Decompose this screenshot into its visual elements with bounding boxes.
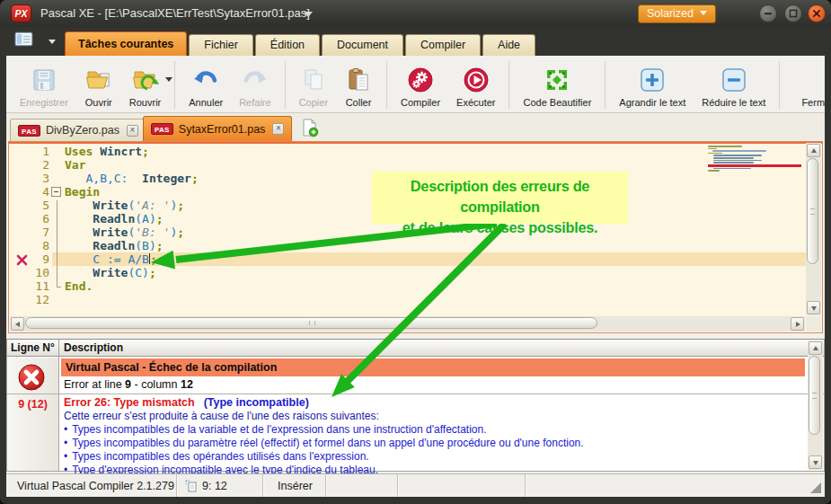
menu-bar: Tâches courantesFichierÉditionDocumentCo… [0, 27, 831, 56]
minimap[interactable] [708, 146, 801, 172]
ferm-button[interactable]: Ferm [785, 57, 825, 112]
scroll-left-button[interactable] [11, 317, 24, 331]
error-causes-list: •Types incompatibles de la variable et d… [64, 423, 584, 477]
toolbar-button-label: Copier [299, 97, 328, 108]
caret-position-icon [185, 480, 198, 492]
rouvrir-button[interactable]: Rouvrir [121, 57, 169, 112]
minimap-line [708, 146, 742, 147]
menu-button[interactable] [14, 31, 61, 52]
code-beautifier-button[interactable]: Code Beautifier [515, 57, 599, 112]
code-text: Readln(B); [65, 239, 164, 252]
coller-button[interactable]: Coller [336, 57, 381, 112]
scroll-down-button[interactable] [807, 301, 820, 314]
column-header-line: Ligne N° [11, 341, 55, 354]
editor-vertical-scrollbar[interactable] [806, 143, 821, 315]
code-line[interactable]: 11End. [9, 279, 806, 293]
menu-tab-fichier[interactable]: Fichier [189, 34, 253, 56]
theme-label: Solarized [647, 7, 694, 20]
toolbar-button-label: Compiler [401, 97, 440, 108]
annuler-button[interactable]: Annuler [181, 57, 231, 112]
vertical-scroll-thumb[interactable] [809, 356, 820, 435]
reduire-le-text-button[interactable]: Réduire le text [694, 57, 774, 112]
annotation-line-1: Description des erreurs de compilation [372, 176, 628, 217]
code-text: Write(C); [65, 266, 156, 279]
error-title[interactable]: Error 26: Type mismatch(Type incompatibl… [64, 396, 309, 409]
code-text: Begin [65, 185, 100, 199]
open-folder-icon [84, 66, 113, 94]
line-number: 11 [9, 279, 49, 293]
toolbar-button-label: Coller [346, 97, 372, 108]
fold-column [49, 185, 65, 199]
code-line[interactable]: 2Var [9, 158, 806, 172]
code-line[interactable]: 12 [9, 293, 806, 306]
menu-tab-compiler[interactable]: Compiler [405, 34, 481, 56]
compiler-failure-banner[interactable]: Virtual Pascal - Échec de la compilation [61, 358, 805, 376]
toolbar-button-label: Code Beautifier [523, 97, 591, 108]
scroll-up-button[interactable] [809, 341, 822, 355]
code-text: End. [65, 279, 93, 293]
enregistrer-button: Enregistrer [12, 57, 76, 112]
scroll-right-button[interactable] [791, 317, 804, 331]
app-logo[interactable]: PX [11, 4, 31, 22]
code-line[interactable]: 1Uses Wincrt; [9, 145, 806, 158]
code-line[interactable]: 9 C := A/B; [9, 252, 806, 266]
new-file-button[interactable] [300, 118, 320, 137]
vertical-scroll-thumb[interactable] [807, 158, 818, 264]
minimap-line [708, 148, 717, 150]
compiler-button[interactable]: Compiler [393, 57, 448, 112]
panel-layout-icon [14, 31, 34, 49]
ouvrir-button[interactable]: Ouvrir [76, 57, 121, 112]
minimize-button[interactable] [759, 4, 777, 22]
error-location-text[interactable]: Error at line 9 - column 12 [64, 378, 193, 391]
column-header-description: Description [64, 341, 123, 354]
agrandir-le-text-button[interactable]: Agrandir le text [611, 57, 694, 112]
error-line-ref[interactable]: 9 (12) [7, 398, 58, 411]
file-tab-divbyzero-pas[interactable]: PASDivByZero.pas× [10, 119, 146, 141]
tab-close-button[interactable]: × [127, 125, 138, 137]
chevron-down-icon[interactable] [165, 77, 172, 82]
status-insert-mode: Insérer [263, 474, 326, 497]
scroll-down-button[interactable] [809, 455, 822, 469]
title-bar: PX Pascal XE - [E:\PascalXE\ErrTest\Syta… [0, 0, 831, 27]
refaire-button: Refaire [231, 57, 278, 112]
scroll-up-button[interactable] [807, 144, 820, 157]
menu-tab-taches-courantes[interactable]: Tâches courantes [65, 31, 187, 56]
menu-tab-aide[interactable]: Aide [482, 34, 535, 56]
panel-vertical-scrollbar[interactable] [808, 340, 823, 470]
executer-button[interactable]: Exécuter [448, 57, 503, 112]
line-number: 1 [9, 145, 49, 158]
maximize-button[interactable] [784, 4, 802, 22]
file-tab-sytaxerror01-pas[interactable]: PASSytaxError01.pas× [143, 116, 293, 141]
status-compiler: Virtual Pascal Compiler 2.1.279 [6, 474, 177, 497]
code-line[interactable]: 10 Write(C); [9, 266, 806, 279]
bullet-icon: • [64, 450, 67, 463]
code-line[interactable]: 8 Readln(B); [9, 239, 806, 252]
fold-collapse-icon[interactable] [51, 187, 61, 197]
error-title-fr: (Type incompatible) [204, 396, 309, 409]
close-button[interactable] [808, 4, 826, 22]
menu-tab-edition[interactable]: Édition [255, 34, 320, 56]
paste-icon [344, 66, 373, 94]
theme-selector-button[interactable]: Solarized [638, 4, 716, 23]
bullet-icon: • [64, 437, 67, 449]
tab-close-button[interactable]: × [272, 123, 284, 135]
error-panel: Ligne N° Description Virtual Pascal - Éc… [6, 339, 825, 472]
status-empty-1 [326, 474, 398, 497]
line-number: 10 [9, 266, 49, 279]
toolbar-separator [285, 61, 286, 109]
toolbar-button-label: Enregistrer [20, 97, 68, 108]
toolbar-button-label: Réduire le text [702, 97, 765, 108]
bullet-icon: • [64, 423, 67, 436]
fold-column [49, 172, 65, 185]
resize-grip[interactable] [810, 482, 821, 493]
title-caret-icon[interactable] [304, 12, 313, 17]
pas-file-badge: PAS [151, 123, 173, 135]
code-text: Var [65, 158, 85, 172]
horizontal-scroll-thumb[interactable] [25, 317, 597, 329]
toolbar-button-label: Rouvrir [129, 97, 161, 108]
menu-tab-document[interactable]: Document [322, 34, 403, 56]
annotation-note: Description des erreurs de compilation e… [372, 172, 628, 224]
code-text: Write('B: '); [65, 225, 184, 239]
minimap-line [708, 153, 722, 155]
editor-horizontal-scrollbar[interactable] [10, 316, 805, 332]
